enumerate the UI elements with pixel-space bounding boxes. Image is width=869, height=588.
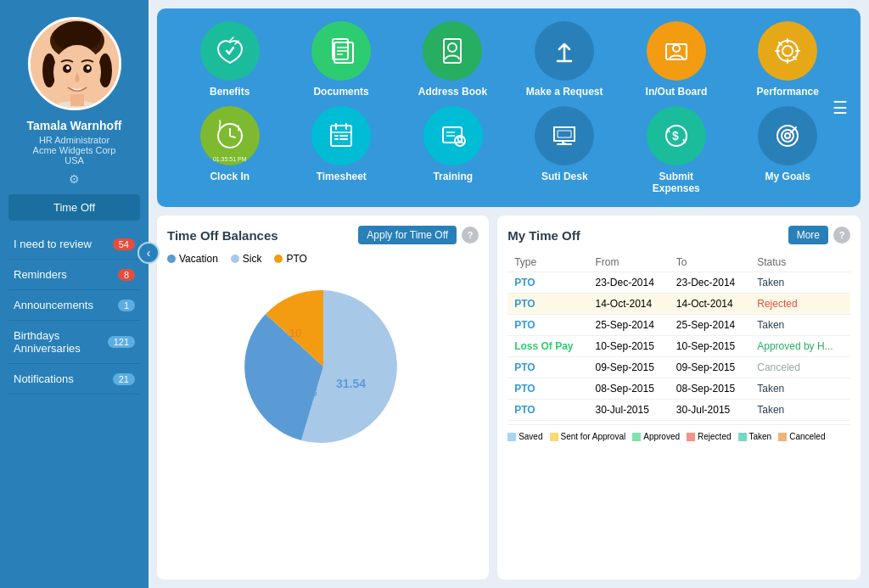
time-off-help-icon[interactable]: ?: [462, 227, 479, 244]
my-goals-label: My Goals: [765, 171, 810, 182]
benefits-circle: [200, 21, 260, 81]
submit-expenses-icon-item[interactable]: $ SubmitExpenses: [638, 106, 715, 194]
footer-saved: Saved: [507, 432, 542, 441]
user-company: Acme Widgets Corp: [33, 145, 116, 155]
table-row: Loss Of Pay 10-Sep-2015 10-Sep-2015 Appr…: [507, 336, 850, 357]
timesheet-icon-item[interactable]: Timesheet: [303, 106, 379, 182]
taken-label: Taken: [749, 432, 772, 441]
benefits-label: Benefits: [210, 86, 249, 98]
chart-legend: Vacation Sick PTO: [167, 253, 479, 265]
row-status: Canceled: [750, 357, 850, 378]
row-status: Taken: [750, 315, 850, 336]
col-type: Type: [507, 253, 588, 272]
row-from: 09-Sep-2015: [588, 357, 669, 378]
my-time-off-help-icon[interactable]: ?: [833, 227, 850, 244]
svg-point-53: [785, 133, 790, 138]
table-row: PTO 25-Sep-2014 25-Sep-2014 Taken: [507, 315, 850, 336]
benefits-icon-item[interactable]: Benefits: [192, 21, 268, 98]
row-status: Taken: [750, 378, 850, 400]
bottom-panels: Time Off Balances Apply for Time Off ? V…: [157, 216, 861, 580]
suti-desk-circle: [535, 106, 594, 165]
my-time-off-title: My Time Off: [507, 228, 580, 243]
make-request-label: Make a Request: [526, 86, 603, 98]
collapse-sidebar-button[interactable]: ‹: [137, 242, 160, 264]
sidebar-item-birthdays[interactable]: BirthdaysAnniversaries 121: [8, 321, 140, 364]
hamburger-menu-icon[interactable]: ☰: [833, 98, 848, 118]
row-to: 09-Sep-2015: [670, 357, 750, 378]
address-book-icon-item[interactable]: Address Book: [414, 21, 491, 98]
svg-point-25: [782, 46, 793, 56]
settings-icon[interactable]: ⚙: [69, 172, 80, 186]
apply-for-time-off-button[interactable]: Apply for Time Off: [358, 226, 457, 244]
sent-approval-dot: [550, 433, 558, 441]
make-request-circle: [535, 21, 594, 81]
performance-icon-item[interactable]: Performance: [749, 21, 826, 98]
clock-in-icon-item[interactable]: 01:35:51 PM Clock In: [192, 106, 268, 182]
vacation-legend-label: Vacation: [179, 253, 218, 265]
row-status: Rejected: [750, 294, 850, 315]
footer-rejected: Rejected: [687, 432, 731, 441]
svg-text:31.54: 31.54: [336, 377, 366, 390]
footer-canceled: Canceled: [778, 432, 825, 441]
icons-row-1: Benefits Documents: [174, 21, 844, 98]
sidebar-item-reminders[interactable]: Reminders 8: [8, 260, 140, 290]
row-status: Taken: [750, 400, 850, 421]
suti-desk-icon-item[interactable]: Suti Desk: [526, 106, 603, 182]
address-book-circle: [423, 21, 482, 81]
svg-text:10: 10: [289, 327, 301, 339]
icons-row-2: 01:35:51 PM Clock In: [174, 106, 844, 194]
my-time-off-header: My Time Off More ?: [507, 226, 850, 244]
col-status: Status: [750, 253, 850, 272]
row-type: PTO: [507, 400, 588, 421]
time-off-button[interactable]: Time Off: [8, 194, 140, 221]
sidebar-item-notifications[interactable]: Notifications 21: [8, 364, 140, 395]
make-request-icon-item[interactable]: Make a Request: [526, 21, 603, 98]
svg-point-8: [66, 66, 70, 70]
inout-board-label: In/Out Board: [646, 86, 708, 98]
user-name: Tamala Warnhoff: [26, 119, 121, 132]
legend-vacation: Vacation: [167, 253, 218, 265]
clock-in-label: Clock In: [210, 171, 249, 182]
pie-chart: 31.54 183.28 10: [205, 273, 442, 460]
my-goals-icon-item[interactable]: My Goals: [749, 106, 826, 182]
inout-board-circle: [647, 21, 706, 81]
row-type: PTO: [507, 378, 588, 400]
canceled-label: Canceled: [789, 432, 825, 441]
performance-circle: [758, 21, 817, 81]
time-off-balances-panel: Time Off Balances Apply for Time Off ? V…: [157, 216, 489, 580]
svg-line-54: [794, 127, 796, 129]
row-type: PTO: [507, 294, 588, 315]
performance-label: Performance: [757, 86, 819, 98]
documents-icon-item[interactable]: Documents: [303, 21, 379, 98]
svg-text:183.28: 183.28: [281, 385, 317, 399]
svg-text:$: $: [672, 129, 679, 143]
clock-in-circle: 01:35:51 PM: [200, 106, 260, 165]
row-to: 30-Jul-2015: [670, 400, 750, 421]
time-off-balances-title: Time Off Balances: [167, 228, 278, 243]
time-off-table: Type From To Status PTO 23-Dec-2014 23-D…: [507, 253, 850, 421]
time-off-balances-actions: Apply for Time Off ?: [358, 226, 479, 244]
table-row: PTO 09-Sep-2015 09-Sep-2015 Canceled: [507, 357, 850, 378]
inout-board-icon-item[interactable]: In/Out Board: [638, 21, 715, 98]
address-book-label: Address Book: [418, 86, 487, 98]
training-icon-item[interactable]: Training: [415, 106, 491, 182]
sidebar-item-review[interactable]: I need to review 54: [8, 229, 140, 260]
row-to: 10-Sep-2015: [670, 336, 750, 357]
user-title: HR Administrator: [39, 135, 109, 145]
main-content: Benefits Documents: [149, 0, 869, 588]
pto-legend-label: PTO: [286, 253, 306, 265]
row-status: Taken: [750, 272, 850, 294]
reminders-badge: 8: [118, 269, 135, 281]
row-from: 08-Sep-2015: [588, 378, 669, 400]
row-type: Loss Of Pay: [507, 336, 588, 357]
footer-sent-for-approval: Sent for Approval: [550, 432, 626, 441]
svg-rect-12: [70, 94, 84, 106]
row-to: 23-Dec-2014: [670, 272, 750, 294]
row-type: PTO: [507, 357, 588, 378]
training-circle: [423, 106, 483, 165]
row-from: 10-Sep-2015: [588, 336, 669, 357]
more-button[interactable]: More: [788, 226, 828, 244]
training-label: Training: [433, 171, 473, 182]
sidebar-item-announcements[interactable]: Announcements 1: [8, 290, 140, 321]
timesheet-circle: [311, 106, 371, 165]
